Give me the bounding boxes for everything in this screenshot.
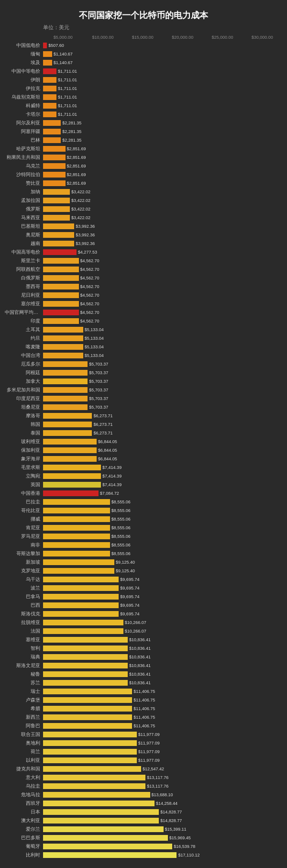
- table-row: 象牙海岸$6,844.05: [5, 455, 282, 463]
- bar-area: $3,422.02: [43, 214, 282, 221]
- table-row: 中国台湾$5,133.04: [5, 352, 282, 359]
- country-label: 毛里求斯: [5, 464, 43, 471]
- bar-area: $7,414.39: [43, 473, 282, 479]
- bar-area: $14,828.77: [43, 817, 282, 824]
- bar-value-label: $5,133.04: [85, 327, 104, 332]
- country-label: 印度: [5, 318, 43, 324]
- table-row: 英国$7,414.39: [5, 481, 282, 489]
- country-label: 联合王国: [5, 731, 43, 738]
- bar-area: $8,555.06: [43, 550, 282, 557]
- bar-value-label: $14,828.77: [160, 810, 182, 814]
- bar-value-label: $9,695.74: [120, 577, 139, 582]
- country-label: 乌兹别克斯坦: [5, 94, 43, 100]
- bar: [43, 620, 123, 625]
- table-row: 立陶宛$7,414.39: [5, 472, 282, 480]
- country-label: 新西兰: [5, 714, 43, 721]
- bar: [43, 757, 137, 763]
- bar-value-label: $2,281.35: [62, 129, 81, 134]
- table-row: 比利时$17,110.12: [5, 851, 282, 859]
- bar-area: $3,992.36: [43, 232, 282, 238]
- axis-label-3: $20,000.00: [163, 35, 202, 40]
- table-row: 加纳$3,422.02: [5, 188, 282, 196]
- bar-area: $3,422.02: [43, 197, 282, 204]
- table-row: 法国$10,266.07: [5, 627, 282, 635]
- country-label: 南非: [5, 542, 43, 548]
- country-label: 荷兰: [5, 748, 43, 755]
- table-row: 卢森堡$11,406.75: [5, 696, 282, 704]
- axis-label-2: $15,000.00: [123, 35, 163, 40]
- table-row: 南非$8,555.06: [5, 541, 282, 549]
- bar-area: $4,562.70: [43, 309, 282, 316]
- bar-value-label: $11,406.75: [133, 723, 155, 728]
- country-label: 波兰: [5, 585, 43, 591]
- bar-value-label: $1,711.01: [58, 95, 77, 100]
- table-row: 毛里求斯$7,414.39: [5, 464, 282, 471]
- bar-value-label: $3,422.02: [71, 189, 90, 194]
- bar-area: $9,125.40: [43, 559, 282, 566]
- bar: [43, 852, 177, 858]
- table-row: 日本$14,828.77: [5, 808, 282, 816]
- bar: [43, 198, 70, 203]
- country-label: 哈萨克斯坦: [5, 145, 43, 152]
- bar-area: $2,851.69: [43, 180, 282, 187]
- bar-value-label: $2,851.69: [67, 181, 86, 186]
- table-row: 卡塔尔$1,711.01: [5, 111, 282, 118]
- bar-area: $2,851.69: [43, 145, 282, 152]
- bar: [43, 241, 74, 246]
- table-row: 乌兹别克斯坦$1,711.01: [5, 93, 282, 101]
- table-row: 伊拉克$1,711.01: [5, 85, 282, 92]
- bar-area: $11,977.09: [43, 748, 282, 755]
- table-row: 捷克共和国$12,547.42: [5, 765, 282, 773]
- bar-area: $11,977.09: [43, 731, 282, 738]
- bar-value-label: $10,836.41: [129, 672, 151, 677]
- country-label: 瑞士: [5, 688, 43, 695]
- country-label: 挪威: [5, 516, 43, 523]
- bar-value-label: $10,266.07: [125, 629, 146, 634]
- bar: [43, 370, 88, 376]
- bar-value-label: $13,117.76: [147, 775, 168, 780]
- bar-value-label: $7,084.72: [100, 491, 119, 496]
- table-row: 墨西哥$4,562.70: [5, 283, 282, 290]
- bars-container: 中国低电价$507.60缅甸$1,140.67埃及$1,140.67中国中等电价…: [5, 42, 282, 859]
- bar-value-label: $9,695.74: [120, 594, 139, 599]
- bar-value-label: $13,117.76: [147, 784, 168, 789]
- axis-label-5: $30,000.00: [243, 35, 282, 40]
- bar-area: $5,703.37: [43, 404, 282, 411]
- bar-area: $1,711.01: [43, 68, 282, 75]
- bar-value-label: $8,555.06: [111, 551, 131, 556]
- bar-area: $5,133.04: [43, 344, 282, 350]
- country-label: 阿鲁巴: [5, 723, 43, 729]
- bar-value-label: $1,711.01: [58, 69, 77, 74]
- table-row: 意大利$13,117.76: [5, 774, 282, 781]
- bar-value-label: $5,133.04: [85, 345, 104, 349]
- table-row: 巴基斯坦$3,992.36: [5, 223, 282, 230]
- bar-area: $4,277.53: [43, 249, 282, 256]
- country-label: 斯洛伐克: [5, 611, 43, 617]
- bar-area: $4,562.70: [43, 300, 282, 307]
- bar: [43, 361, 88, 367]
- table-row: 坦桑尼亚$5,703.37: [5, 403, 282, 411]
- bar: [43, 172, 66, 178]
- bar: [43, 292, 79, 298]
- bar: [43, 43, 47, 48]
- bar-value-label: $3,422.02: [71, 215, 90, 220]
- bar: [43, 60, 52, 66]
- bar-value-label: $1,140.67: [54, 60, 73, 65]
- country-label: 法国: [5, 628, 43, 634]
- table-row: 联合王国$11,977.09: [5, 731, 282, 738]
- country-label: 葡萄牙: [5, 843, 43, 850]
- country-label: 孟加拉国: [5, 197, 43, 204]
- bar: [43, 508, 110, 513]
- table-row: 缅甸$1,140.67: [5, 50, 282, 58]
- table-row: 赞比亚$2,851.69: [5, 179, 282, 187]
- table-row: 秘鲁$10,836.41: [5, 670, 282, 678]
- country-label: 拉脱维亚: [5, 619, 43, 626]
- bar-value-label: $8,555.06: [111, 517, 131, 522]
- bar-area: $6,273.71: [43, 421, 282, 428]
- country-label: 以利亚: [5, 757, 43, 764]
- table-row: 拉脱维亚$10,266.07: [5, 619, 282, 626]
- bar-area: $1,711.01: [43, 102, 282, 109]
- table-row: 印度尼西亚$5,703.37: [5, 395, 282, 402]
- bar-value-label: $11,406.75: [133, 698, 155, 702]
- country-label: 哥斯达黎加: [5, 550, 43, 557]
